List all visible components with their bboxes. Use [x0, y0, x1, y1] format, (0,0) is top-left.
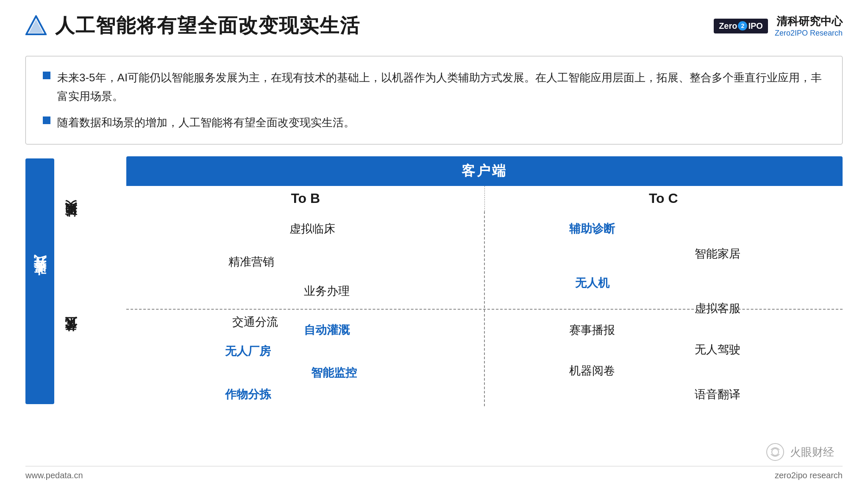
- item-virtual-clinic: 虚拟临床: [289, 221, 335, 236]
- logo-area: Zero 2 IPO 清科研究中心 Zero2IPO Research: [714, 14, 843, 38]
- text-box: 未来3-5年，AI可能仍以智能服务发展为主，在现有技术的基础上，以机器作为人类辅…: [25, 56, 843, 144]
- footer-left: www.pedata.cn: [25, 471, 83, 480]
- item-business-handling: 业务办理: [304, 283, 350, 299]
- axis-labels-col: 辅助人类 替代人工: [63, 158, 114, 404]
- org-name-cn: 清科研究中心: [775, 14, 843, 29]
- bullet-square-2: [43, 116, 50, 124]
- item-unmanned-factory: 无人厂房: [225, 344, 271, 359]
- row-label-2: 替代人工: [63, 335, 114, 342]
- watermark-icon: [765, 441, 786, 463]
- logo-zero: Zero: [719, 21, 737, 31]
- title-area: 人工智能将有望全面改变现实生活: [25, 13, 360, 39]
- footer-right: zero2ipo research: [775, 471, 843, 480]
- watermark: 火眼财经: [765, 441, 834, 463]
- bullet-item-1: 未来3-5年，AI可能仍以智能服务发展为主，在现有技术的基础上，以机器作为人类辅…: [43, 68, 825, 105]
- watermark-text: 火眼财经: [790, 445, 834, 460]
- matrix-content: 客户端 To B To C 虚拟临床 精准营销: [126, 156, 843, 406]
- org-name: 清科研究中心 Zero2IPO Research: [775, 14, 843, 38]
- col-label-c: To C: [649, 191, 678, 206]
- left-axis: 改造方式 辅助人类 替代人工: [25, 156, 114, 406]
- logo-2: 2: [738, 21, 747, 30]
- svg-point-3: [772, 449, 779, 455]
- header: 人工智能将有望全面改变现实生活 Zero 2 IPO 清科研究中心 Zero2I…: [25, 0, 843, 47]
- item-assisted-diagnosis: 辅助诊断: [569, 221, 615, 236]
- item-auto-irrigation: 自动灌溉: [304, 322, 350, 338]
- item-voice-translation: 语音翻译: [695, 387, 740, 402]
- quadrant-area: 虚拟临床 精准营销 业务办理 交通分流 自动灌溉 无人厂房 智能监控 作物分拣 …: [126, 211, 843, 406]
- item-drone: 无人机: [575, 275, 609, 291]
- row-label-1: 辅助人类: [63, 221, 114, 227]
- col-header-b: To B: [127, 186, 485, 211]
- page-container: 人工智能将有望全面改变现实生活 Zero 2 IPO 清科研究中心 Zero2I…: [0, 0, 868, 488]
- bullet-item-2: 随着数据和场景的增加，人工智能将有望全面改变现实生活。: [43, 113, 825, 132]
- item-smart-home: 智能家居: [695, 246, 740, 261]
- item-smart-surveillance: 智能监控: [311, 365, 357, 380]
- customer-header: 客户端: [126, 156, 843, 186]
- page-title: 人工智能将有望全面改变现实生活: [55, 13, 360, 39]
- footer: www.pedata.cn zero2ipo research: [25, 466, 843, 480]
- item-traffic-diversion: 交通分流: [232, 314, 278, 330]
- customer-header-text: 客户端: [462, 162, 507, 180]
- triangle-icon: [25, 15, 47, 36]
- item-crop-sorting: 作物分拣: [225, 387, 271, 402]
- col-header-c: To C: [485, 186, 843, 211]
- svg-point-2: [767, 444, 784, 460]
- h-divider: [126, 309, 843, 310]
- bullet-text-1: 未来3-5年，AI可能仍以智能服务发展为主，在现有技术的基础上，以机器作为人类辅…: [57, 68, 825, 105]
- zero2ipo-logo-box: Zero 2 IPO: [714, 19, 768, 33]
- bullet-text-2: 随着数据和场景的增加，人工智能将有望全面改变现实生活。: [57, 113, 355, 132]
- bullet-square-1: [43, 72, 50, 79]
- org-name-en: Zero2IPO Research: [775, 29, 843, 38]
- axis-label-main: 改造方式: [31, 276, 49, 286]
- matrix-section: 改造方式 辅助人类 替代人工 客户端 To B To C: [25, 156, 843, 406]
- col-label-b: To B: [291, 191, 320, 206]
- logo-ipo: IPO: [748, 21, 762, 31]
- col-headers: To B To C: [126, 186, 843, 211]
- item-machine-grading: 机器阅卷: [569, 363, 615, 378]
- item-sports-broadcast: 赛事播报: [569, 322, 615, 338]
- item-autonomous-driving: 无人驾驶: [695, 342, 740, 357]
- axis-blue-bar: 改造方式: [25, 158, 54, 404]
- item-precision-marketing: 精准营销: [228, 254, 274, 269]
